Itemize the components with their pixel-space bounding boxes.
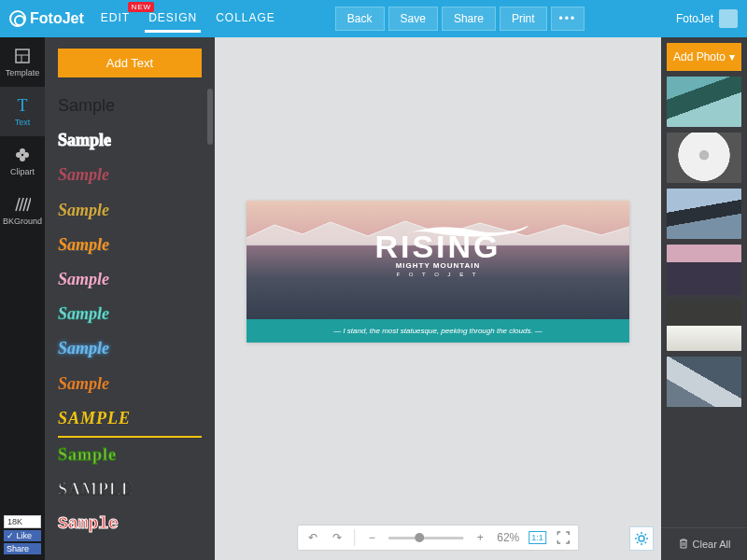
top-header: FotoJet EDIT NEW DESIGN COLLAGE Back Sav… <box>0 0 747 37</box>
photo-thumb-3[interactable] <box>667 189 741 239</box>
clear-all-label: Clear All <box>693 539 731 550</box>
text-icon: T <box>13 96 32 115</box>
zoom-in-icon[interactable]: + <box>472 530 487 545</box>
sample-style-3[interactable]: Sample <box>58 158 202 192</box>
rail-text-label: Text <box>15 118 31 127</box>
photo-thumb-4[interactable] <box>667 245 741 295</box>
like-button[interactable]: ✓ Like <box>4 530 41 541</box>
share-button[interactable]: Share <box>442 7 496 31</box>
sample-style-4[interactable]: Sample <box>58 193 202 228</box>
chevron-down-icon: ▾ <box>729 50 735 63</box>
settings-button[interactable] <box>629 526 654 551</box>
mode-edit[interactable]: EDIT NEW <box>97 6 134 33</box>
sample-style-11[interactable]: Sample <box>58 438 202 472</box>
logo-spiral-icon <box>9 10 26 27</box>
design-title-group: RISING MIGHTY MOUNTAIN F O T O J E T <box>247 229 629 277</box>
sample-style-12[interactable]: SAMPLE <box>58 472 202 507</box>
photo-thumb-2[interactable] <box>667 133 741 183</box>
mode-design-label: DESIGN <box>148 11 197 24</box>
mode-design[interactable]: DESIGN <box>145 6 201 33</box>
fullscreen-icon[interactable] <box>556 530 571 545</box>
gear-icon <box>634 531 649 546</box>
sample-style-13[interactable]: Sample <box>58 507 202 541</box>
clear-all-button[interactable]: Clear All <box>661 527 747 560</box>
redo-icon[interactable]: ↷ <box>330 530 345 545</box>
svg-point-5 <box>20 148 25 154</box>
zoom-slider[interactable] <box>388 537 463 539</box>
left-rail: Template T Text Clipart BKGround 18K ✓ L… <box>0 37 45 560</box>
sample-style-5[interactable]: Sample <box>58 228 202 262</box>
rail-bkground-label: BKGround <box>3 217 42 226</box>
like-count: 18K <box>4 515 41 528</box>
mode-edit-label: EDIT <box>101 11 130 24</box>
toolbar-separator <box>354 529 355 546</box>
header-actions: Back Save Share Print ••• <box>335 7 585 31</box>
text-panel: Add Text Sample Sample Sample Sample Sam… <box>45 37 215 560</box>
design-canvas[interactable]: RISING MIGHTY MOUNTAIN F O T O J E T — I… <box>247 201 629 343</box>
svg-rect-0 <box>16 49 29 63</box>
zoom-knob[interactable] <box>415 533 424 542</box>
trash-icon <box>678 538 689 551</box>
photo-thumbnails <box>661 77 747 527</box>
canvas-area: RISING MIGHTY MOUNTAIN F O T O J E T — I… <box>215 37 661 560</box>
ratio-button[interactable]: 1:1 <box>529 531 546 544</box>
swoosh-icon <box>384 221 552 240</box>
print-button[interactable]: Print <box>500 7 547 31</box>
sample-style-1[interactable]: Sample <box>58 89 202 123</box>
canvas-toolbar: ↶ ↷ − + 62% 1:1 <box>297 525 579 551</box>
undo-icon[interactable]: ↶ <box>305 530 320 545</box>
mode-collage[interactable]: COLLAGE <box>212 6 279 33</box>
username: FotoJet <box>676 12 713 25</box>
more-button[interactable]: ••• <box>551 7 585 31</box>
user-area[interactable]: FotoJet <box>676 9 738 28</box>
zoom-value: 62% <box>497 531 519 544</box>
panel-scrollbar[interactable] <box>207 89 213 145</box>
rail-bkground[interactable]: BKGround <box>0 186 45 235</box>
clipart-icon <box>13 146 32 164</box>
bkground-icon <box>13 195 32 214</box>
back-button[interactable]: Back <box>335 7 385 31</box>
add-text-button[interactable]: Add Text <box>58 49 202 77</box>
sample-style-7[interactable]: Sample <box>58 297 202 331</box>
photo-panel: Add Photo ▾ Clear All <box>661 37 747 560</box>
svg-point-6 <box>20 156 25 161</box>
rail-text[interactable]: T Text <box>0 87 45 136</box>
save-button[interactable]: Save <box>388 7 438 31</box>
brand-name: FotoJet <box>30 10 84 27</box>
zoom-out-icon[interactable]: − <box>364 530 379 545</box>
fb-share-button[interactable]: Share <box>4 543 41 554</box>
sample-style-8[interactable]: Sample <box>58 331 202 366</box>
rail-clipart[interactable]: Clipart <box>0 136 45 186</box>
brand-logo[interactable]: FotoJet <box>9 10 84 27</box>
add-photo-button[interactable]: Add Photo ▾ <box>667 43 741 71</box>
add-photo-label: Add Photo <box>673 50 726 63</box>
sample-style-10[interactable]: SAMPLE <box>58 401 202 438</box>
design-banner: — I stand, the most statuesque, peeking … <box>247 319 629 343</box>
text-samples: Sample Sample Sample Sample Sample Sampl… <box>45 89 215 560</box>
sample-style-9[interactable]: Sample <box>58 367 202 401</box>
mode-collage-label: COLLAGE <box>216 11 275 24</box>
rail-template[interactable]: Template <box>0 37 45 87</box>
photo-thumb-5[interactable] <box>667 301 741 351</box>
photo-thumb-6[interactable] <box>667 357 741 407</box>
design-title: RISING <box>374 229 500 265</box>
rail-template-label: Template <box>6 68 40 77</box>
sample-style-2[interactable]: Sample <box>58 123 202 158</box>
photo-thumb-1[interactable] <box>667 77 741 127</box>
rail-clipart-label: Clipart <box>10 167 35 176</box>
sample-style-6[interactable]: Sample <box>58 262 202 297</box>
avatar <box>719 9 738 28</box>
template-icon <box>13 47 32 65</box>
svg-point-7 <box>639 536 644 541</box>
mode-tabs: EDIT NEW DESIGN COLLAGE <box>97 6 279 33</box>
social-buttons: 18K ✓ Like Share <box>0 511 45 560</box>
design-subtitle2: F O T O J E T <box>247 272 629 277</box>
